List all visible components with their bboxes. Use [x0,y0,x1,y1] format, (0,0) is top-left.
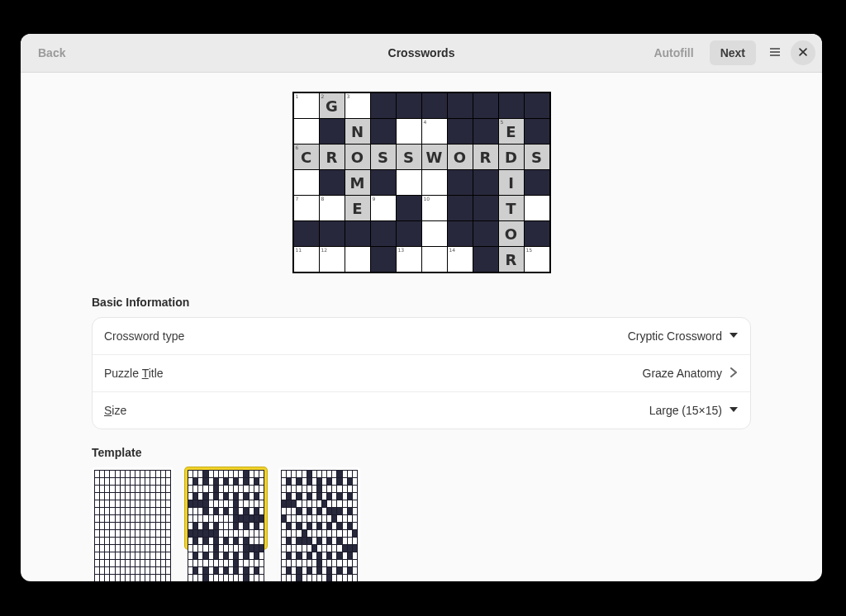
template-heading: Template [92,446,751,459]
puzzle-title-row[interactable]: Puzzle Title Graze Anatomy [93,354,750,391]
size-value: Large (15×15) [649,404,722,417]
content-area: 1G23N4E5C6ROSSWORDSMI78E910TO11121314R15… [21,73,822,581]
size-label: Size [104,404,126,417]
chevron-down-icon [729,404,739,417]
puzzle-title-value: Graze Anatomy [643,367,723,380]
chevron-down-icon [729,329,739,343]
chevron-right-icon [729,367,739,380]
template-option-1[interactable] [185,467,267,549]
titlebar: Back Crosswords Autofill Next [21,34,822,73]
template-gallery [92,467,751,549]
basic-information-section: Basic Information Crossword type Cryptic… [92,296,751,429]
puzzle-title-label: Puzzle Title [104,367,164,380]
hamburger-menu-button[interactable] [763,40,787,65]
template-option-0[interactable] [92,467,173,549]
app-window: Back Crosswords Autofill Next 1G23N4E5C6… [21,34,822,581]
next-button[interactable]: Next [710,40,756,65]
back-button[interactable]: Back [27,40,76,65]
basic-information-heading: Basic Information [92,296,751,309]
crossword-type-row[interactable]: Crossword type Cryptic Crossword [93,318,750,354]
crossword-type-label: Crossword type [104,329,184,343]
size-row[interactable]: Size Large (15×15) [93,391,750,429]
close-icon [797,46,809,60]
template-option-2[interactable] [278,467,360,549]
hamburger-icon [768,45,782,61]
close-button[interactable] [791,40,815,65]
crossword-preview: 1G23N4E5C6ROSSWORDSMI78E910TO11121314R15 [293,92,550,272]
autofill-button[interactable]: Autofill [643,40,704,65]
basic-information-list: Crossword type Cryptic Crossword Puzzle … [92,317,751,429]
template-section: Template [92,446,751,549]
crossword-type-value: Cryptic Crossword [628,329,722,343]
